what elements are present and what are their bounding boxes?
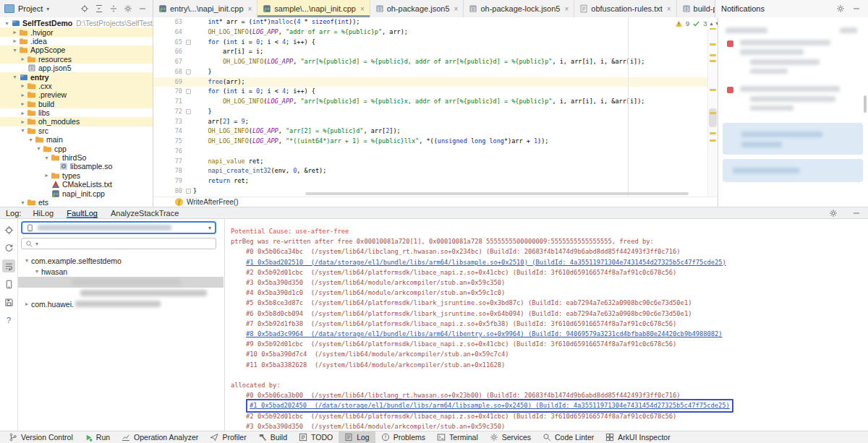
- breadcrumb-function[interactable]: WriteAfterFree(): [187, 198, 239, 206]
- chevron-icon[interactable]: ▾: [22, 257, 31, 264]
- chevron-icon[interactable]: ▸: [19, 56, 27, 62]
- process-tree-item[interactable]: [18, 277, 224, 288]
- project-tree-item[interactable]: CMakeLists.txt: [0, 180, 153, 189]
- stack-frame-link[interactable]: #1 0x5bad202450 (/data/storage/el1/bundl…: [250, 402, 730, 409]
- warning-stripe-mark[interactable]: [710, 43, 716, 46]
- chevron-icon[interactable]: ▾: [33, 268, 41, 275]
- project-tree-item[interactable]: ▸.hvigor: [0, 27, 153, 36]
- soft-wrap-icon[interactable]: [2, 259, 15, 272]
- close-icon[interactable]: ×: [248, 5, 252, 13]
- project-tree-item[interactable]: ▾ets: [0, 198, 153, 207]
- chevron-icon[interactable]: ▾: [43, 155, 51, 161]
- warning-stripe-mark[interactable]: [710, 89, 716, 91]
- log-tab-hilog[interactable]: HiLog: [33, 207, 54, 218]
- project-tree-item[interactable]: ▸.cxx: [0, 82, 153, 90]
- statusbar-item-run[interactable]: Run: [79, 431, 116, 443]
- code-lines[interactable]: 63 int* arr = (int*)malloc(4 * sizeof(in…: [153, 17, 718, 197]
- fold-column[interactable]: -: [184, 67, 193, 77]
- project-tree-item[interactable]: ▾thirdSo: [0, 153, 153, 162]
- process-tree-item[interactable]: ▾hwasan: [18, 266, 224, 277]
- fold-column[interactable]: -: [184, 87, 193, 97]
- process-tree-item[interactable]: ▸com.huawei.: [18, 298, 224, 309]
- hide-panel-icon[interactable]: [851, 3, 862, 14]
- refresh-icon[interactable]: [2, 241, 15, 254]
- code-editor[interactable]: 63 int* arr = (int*)malloc(4 * sizeof(in…: [153, 17, 718, 207]
- project-tree-item[interactable]: ▾cpp: [0, 144, 153, 152]
- statusbar-item-arkui-inspector[interactable]: ArkUI Inspector: [600, 431, 676, 443]
- chevron-icon[interactable]: ▸: [19, 100, 27, 107]
- fault-log-output[interactable]: Potential Cause: use-after-freeptrBeg wa…: [224, 219, 868, 431]
- project-tree-item[interactable]: ▸types: [0, 171, 153, 180]
- editor-tab[interactable]: {}oh-package.json5×: [370, 0, 464, 17]
- chevron-icon[interactable]: ▸: [11, 29, 19, 35]
- process-tree-item[interactable]: [18, 288, 224, 298]
- device-icon[interactable]: [2, 278, 15, 291]
- project-tree-item[interactable]: ▸build: [0, 100, 153, 108]
- warning-stripe-mark[interactable]: [710, 54, 716, 56]
- chevron-icon[interactable]: ▸: [19, 92, 27, 98]
- chevron-icon[interactable]: ▸: [19, 110, 27, 116]
- chevron-icon[interactable]: ▾: [27, 137, 35, 143]
- project-tree-item[interactable]: {}app.json5: [0, 64, 153, 72]
- editor-tab[interactable]: {}oh-package-lock.json5×: [464, 0, 574, 17]
- fold-column[interactable]: -: [184, 186, 193, 197]
- log-tab-analyzestacktrace[interactable]: AnalyzeStackTrace: [111, 207, 179, 218]
- gear-icon[interactable]: [827, 207, 839, 219]
- options-icon[interactable]: [108, 3, 119, 14]
- log-tab-faultlog[interactable]: FaultLog: [67, 207, 98, 218]
- editor-tab[interactable]: ++sample\...\napi_init.cpp×: [258, 0, 370, 17]
- statusbar-item-todo[interactable]: TODO: [293, 431, 339, 443]
- gear-icon[interactable]: [835, 3, 846, 14]
- project-tree-item[interactable]: ▾entry: [0, 72, 153, 81]
- help-icon[interactable]: ?: [2, 314, 15, 327]
- hide-panel-icon[interactable]: [851, 207, 862, 219]
- editor-tab[interactable]: {}build-profile.json5×: [677, 0, 715, 17]
- chevron-icon[interactable]: ▾: [19, 127, 27, 134]
- notifications-scrollbar[interactable]: [864, 95, 867, 113]
- statusbar-item-build[interactable]: Build: [252, 431, 293, 443]
- project-tree-item[interactable]: ++napi_init.cpp: [0, 189, 153, 197]
- project-tree-item[interactable]: ▾src: [0, 126, 153, 135]
- locate-file-icon[interactable]: [79, 3, 90, 14]
- chevron-icon[interactable]: ▾: [11, 74, 19, 80]
- statusbar-item-log[interactable]: Log: [339, 431, 375, 443]
- statusbar-item-profiler[interactable]: Profiler: [204, 431, 252, 443]
- error-stripe[interactable]: [707, 17, 718, 197]
- chevron-icon[interactable]: ▸: [11, 38, 19, 44]
- fold-column[interactable]: -: [184, 38, 193, 48]
- statusbar-item-operation-analyzer[interactable]: Operation Analyzer: [116, 431, 204, 443]
- warning-stripe-mark[interactable]: [710, 139, 716, 142]
- chevron-icon[interactable]: ▸: [22, 301, 31, 307]
- inspections-widget[interactable]: 9 3 ▴ ▾: [673, 19, 718, 28]
- warning-stripe-mark[interactable]: [710, 112, 716, 114]
- stack-frame-link[interactable]: #8 0x5bad3c9964 (/data/storage/el1/bundl…: [246, 330, 723, 337]
- gear-icon[interactable]: [122, 3, 134, 14]
- chevron-icon[interactable]: ▸: [19, 82, 27, 89]
- close-icon[interactable]: ×: [564, 5, 569, 13]
- project-tree-item[interactable]: ▾AppScope: [0, 46, 153, 54]
- collapse-all-icon[interactable]: [93, 3, 105, 14]
- project-tree-item[interactable]: ▾main: [0, 135, 153, 144]
- chevron-icon[interactable]: ▾: [11, 47, 19, 53]
- project-tree-item[interactable]: ▸libs: [0, 108, 153, 117]
- horizontal-scrollbar[interactable]: [305, 192, 689, 195]
- project-tree-item[interactable]: libsample.so: [0, 162, 153, 171]
- locate-icon[interactable]: [2, 223, 15, 236]
- warning-stripe-mark[interactable]: [710, 60, 716, 62]
- close-icon[interactable]: ×: [667, 5, 671, 13]
- editor-tab[interactable]: ++entry\...\napi_init.cpp×: [153, 0, 258, 17]
- project-tree-item[interactable]: ▸.idea: [0, 37, 153, 46]
- editor-tab[interactable]: obfuscation-rules.txt×: [574, 0, 676, 17]
- chevron-icon[interactable]: ▸: [43, 172, 51, 179]
- close-icon[interactable]: ×: [454, 5, 459, 13]
- stack-frame-link[interactable]: #1 0x5bad202510 (/data/storage/el1/bundl…: [246, 259, 726, 266]
- next-issue-icon[interactable]: ▾: [716, 20, 718, 27]
- statusbar-item-terminal[interactable]: Terminal: [431, 431, 484, 443]
- search-input[interactable]: ▾: [21, 238, 216, 249]
- editor-scrollbar-thumb[interactable]: [709, 108, 717, 127]
- statusbar-item-services[interactable]: Services: [484, 431, 537, 443]
- device-selector[interactable]: ▾: [21, 221, 216, 234]
- chevron-icon[interactable]: ▾: [19, 199, 27, 206]
- project-tree-item[interactable]: ▸resources: [0, 55, 153, 64]
- chevron-icon[interactable]: ▸: [19, 119, 27, 125]
